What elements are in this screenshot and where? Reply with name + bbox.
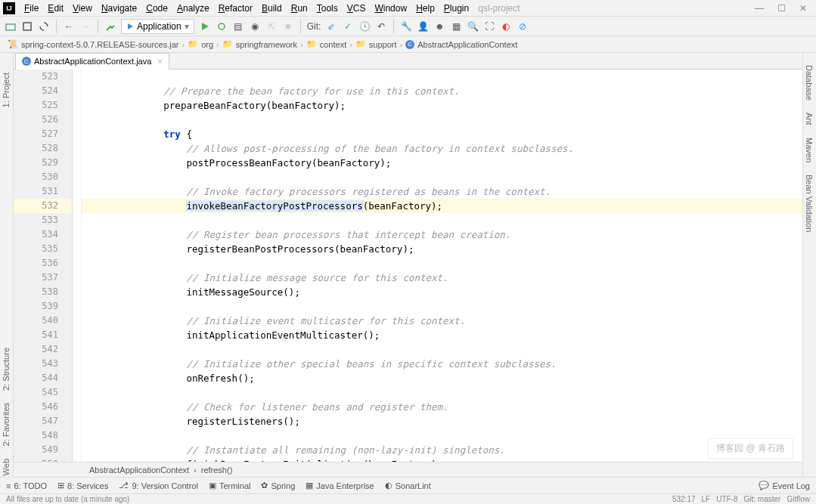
tool-beanval[interactable]: Bean Validation <box>803 170 815 237</box>
code-line[interactable] <box>82 256 802 271</box>
save-icon[interactable] <box>21 20 33 32</box>
tool-todo[interactable]: ≡ 6: TODO <box>6 481 47 490</box>
status-gitflow[interactable]: Gitflow <box>787 495 810 503</box>
line-number[interactable]: 538 <box>14 285 72 299</box>
line-gutter[interactable]: 5235245255265275285295305315325335345355… <box>14 70 73 477</box>
menu-window[interactable]: Window <box>370 2 411 15</box>
menu-edit[interactable]: Edit <box>43 2 68 15</box>
line-number[interactable]: 530 <box>14 170 72 184</box>
code-line[interactable]: postProcessBeanFactory(beanFactory); <box>82 156 802 170</box>
structure-icon[interactable]: ▦ <box>450 20 462 32</box>
line-number[interactable]: 529 <box>14 156 72 170</box>
line-number[interactable]: 540 <box>14 314 72 328</box>
code-line[interactable]: onRefresh(); <box>82 371 802 385</box>
code-editor[interactable]: // Prepare the bean factory for use in t… <box>82 70 802 477</box>
code-line[interactable] <box>82 342 802 357</box>
code-line[interactable] <box>82 213 802 227</box>
line-number[interactable]: 528 <box>14 141 72 156</box>
tool-spring[interactable]: ✿ Spring <box>261 481 295 490</box>
code-line[interactable]: // Initialize event multicaster for this… <box>82 314 802 328</box>
line-number[interactable]: 527 <box>14 127 72 141</box>
code-line[interactable] <box>82 385 802 400</box>
run-icon[interactable] <box>199 20 211 32</box>
menu-analyze[interactable]: Analyze <box>172 2 214 15</box>
line-number[interactable]: 547 <box>14 414 72 428</box>
tool-structure[interactable]: 2: Structure <box>0 343 12 395</box>
vcs-commit-icon[interactable]: ✓ <box>342 20 354 32</box>
file-tab[interactable]: C AbstractApplicationContext.java × <box>15 53 169 70</box>
vcs-history-icon[interactable]: 🕓 <box>358 20 371 32</box>
breadcrumb-item[interactable]: 📁 context <box>303 39 349 49</box>
menu-run[interactable]: Run <box>287 2 312 15</box>
tool-javaee[interactable]: ▦ Java Enterprise <box>306 481 374 490</box>
tool-project[interactable]: 1: Project <box>0 68 12 112</box>
code-line[interactable] <box>82 428 802 443</box>
line-number[interactable]: 542 <box>14 342 72 357</box>
tool-database[interactable]: Database <box>803 60 815 105</box>
wrench-icon[interactable]: 🔧 <box>400 20 412 32</box>
code-line[interactable]: // Register bean processors that interce… <box>82 227 802 242</box>
menu-refactor[interactable]: Refactor <box>214 2 257 15</box>
breadcrumb-item[interactable]: C AbstractApplicationContext <box>402 40 520 49</box>
vcs-revert-icon[interactable]: ↶ <box>375 20 387 32</box>
code-line[interactable] <box>82 299 802 314</box>
profile-icon[interactable]: ◉ <box>249 20 261 32</box>
status-eol[interactable]: LF <box>702 495 711 503</box>
coverage-icon[interactable]: ▤ <box>232 20 244 32</box>
sync-icon[interactable] <box>38 20 50 32</box>
block-icon[interactable]: ⊘ <box>517 20 529 32</box>
code-line[interactable]: invokeBeanFactoryPostProcessors(beanFact… <box>82 199 802 213</box>
line-number[interactable]: 533 <box>14 213 72 227</box>
code-line[interactable]: // Invoke factory processors registered … <box>82 184 802 199</box>
line-number[interactable]: 524 <box>14 84 72 98</box>
tool-web[interactable]: Web <box>0 454 12 480</box>
code-line[interactable]: prepareBeanFactory(beanFactory); <box>82 98 802 113</box>
minimize-icon[interactable]: — <box>755 3 764 14</box>
menu-navigate[interactable]: Navigate <box>97 2 141 15</box>
code-line[interactable]: initMessageSource(); <box>82 285 802 299</box>
menu-tools[interactable]: Tools <box>312 2 343 15</box>
line-number[interactable]: 523 <box>14 70 72 84</box>
emoji-icon[interactable]: ☻ <box>433 20 445 32</box>
code-line[interactable]: registerBeanPostProcessors(beanFactory); <box>82 242 802 256</box>
line-number[interactable]: 536 <box>14 256 72 271</box>
vcs-update-icon[interactable]: ⇙ <box>325 20 337 32</box>
debug-icon[interactable] <box>216 20 228 32</box>
line-number[interactable]: 526 <box>14 113 72 127</box>
line-number[interactable]: 541 <box>14 328 72 342</box>
maximize-icon[interactable]: ☐ <box>777 3 786 14</box>
line-number[interactable]: 525 <box>14 98 72 113</box>
line-number[interactable]: 532 <box>14 199 72 213</box>
code-line[interactable]: // Check for listener beans and register… <box>82 400 802 414</box>
code-line[interactable]: try { <box>82 127 802 141</box>
crumb-class[interactable]: AbstractApplicationContext <box>89 465 189 475</box>
menu-plugin[interactable]: Plugin <box>439 2 473 15</box>
code-line[interactable]: // Initialize other special beans in spe… <box>82 357 802 371</box>
sonarlint-icon[interactable]: ◐ <box>500 20 512 32</box>
code-line[interactable]: initApplicationEventMulticaster(); <box>82 328 802 342</box>
code-line[interactable]: registerListeners(); <box>82 414 802 428</box>
tool-terminal[interactable]: ▣ Terminal <box>209 481 251 490</box>
tool-eventlog[interactable]: 💬 Event Log <box>759 481 810 490</box>
tool-vcs[interactable]: ⎇ 9: Version Control <box>119 481 197 490</box>
menu-vcs[interactable]: VCS <box>343 2 371 15</box>
status-branch[interactable]: Git: master <box>744 495 781 503</box>
stop-icon[interactable]: ■ <box>282 20 294 32</box>
avatar-icon[interactable]: 👤 <box>417 20 429 32</box>
breadcrumb-item[interactable]: 📁 org <box>185 39 216 49</box>
breadcrumb-item[interactable]: 📁 springframework <box>219 39 300 49</box>
line-number[interactable]: 544 <box>14 371 72 385</box>
run-config-dropdown[interactable]: Application ▾ <box>121 19 194 34</box>
tool-ant[interactable]: Ant <box>803 108 815 130</box>
build-icon[interactable] <box>104 20 116 32</box>
close-icon[interactable]: ✕ <box>799 3 807 14</box>
line-number[interactable]: 546 <box>14 400 72 414</box>
code-line[interactable]: // Prepare the bean factory for use in t… <box>82 84 802 98</box>
line-number[interactable]: 548 <box>14 428 72 443</box>
line-number[interactable]: 537 <box>14 271 72 285</box>
tool-sonarlint[interactable]: ◐ SonarLint <box>385 481 431 490</box>
crumb-method[interactable]: refresh() <box>201 465 233 475</box>
line-number[interactable]: 543 <box>14 357 72 371</box>
line-number[interactable]: 549 <box>14 443 72 457</box>
tool-services[interactable]: ⊞ 8: Services <box>57 481 108 490</box>
